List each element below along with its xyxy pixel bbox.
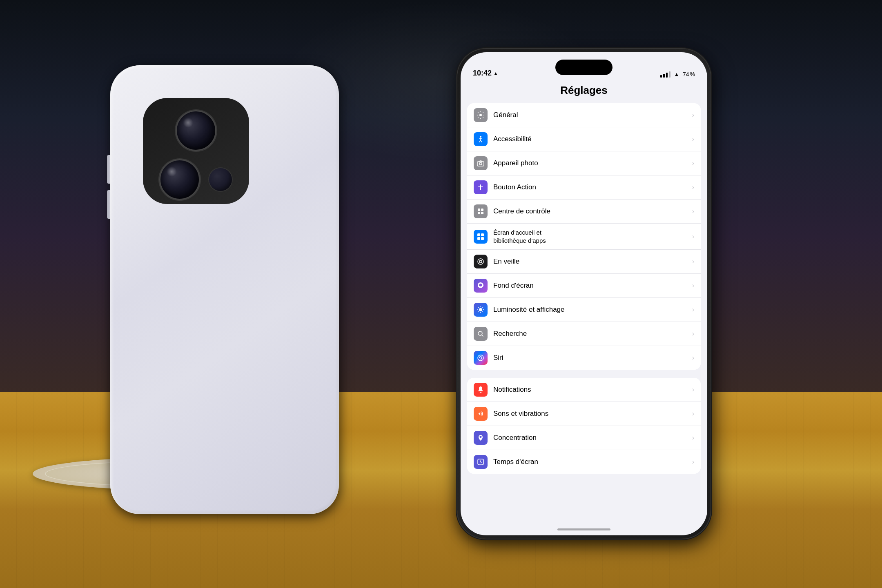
signal-bar-3 [666,73,668,78]
homescreen-label: Écran d'accueil etbibliothèque d'apps [493,229,689,244]
settings-item-brightness[interactable]: Luminosité et affichage › [467,298,701,322]
brightness-icon [474,303,488,317]
focus-chevron: › [692,434,694,442]
wallpaper-chevron: › [692,282,694,289]
settings-item-wallpaper[interactable]: Fond d'écran › [467,274,701,298]
notifications-chevron: › [692,386,694,393]
settings-item-accessibility[interactable]: Accessibilité › [467,127,701,151]
iphone-back [110,65,339,514]
action-chevron: › [692,184,694,191]
standby-icon [474,255,488,268]
focus-label: Concentration [493,433,689,442]
svg-rect-11 [481,233,484,236]
status-time: 10:42 ▲ [473,69,498,78]
svg-rect-19 [479,413,480,414]
control-label: Centre de contrôle [493,207,689,216]
screentime-label: Temps d'écran [493,457,689,466]
action-icon [474,180,488,194]
svg-point-16 [479,308,482,311]
camera-chevron: › [692,160,694,167]
sounds-chevron: › [692,410,694,417]
volume-buttons [107,155,110,219]
general-icon [474,108,488,122]
settings-item-search[interactable]: Recherche › [467,322,701,346]
battery-indicator: 74 % [683,71,695,78]
siri-chevron: › [692,354,694,362]
status-right-icons: ▲ 74 % [660,71,695,78]
svg-point-0 [479,114,482,116]
signal-bar-1 [660,75,662,78]
wallpaper-label: Fond d'écran [493,281,689,290]
iphone-front-body: 10:42 ▲ ▲ 74 % [457,49,710,539]
general-label: Général [493,111,689,120]
homescreen-chevron: › [692,233,694,240]
accessibility-chevron: › [692,135,694,143]
iphone-front: 10:42 ▲ ▲ 74 % [457,49,710,539]
action-label: Bouton Action [493,183,689,192]
battery-suffix: % [690,71,695,78]
signal-bars [660,71,670,78]
svg-rect-13 [481,237,484,240]
iphone-back-body [110,65,339,514]
general-chevron: › [692,111,694,119]
home-indicator [557,528,610,530]
search-chevron: › [692,330,694,337]
control-chevron: › [692,208,694,215]
svg-point-1 [480,136,481,138]
settings-item-action[interactable]: Bouton Action › [467,175,701,200]
signal-bar-2 [663,74,665,78]
accessibility-label: Accessibilité [493,135,689,144]
battery-level: 74 [683,71,689,78]
wallpaper-icon [474,279,488,293]
settings-item-general[interactable]: Général › [467,103,701,127]
svg-rect-8 [478,212,480,214]
search-icon [474,327,488,341]
main-camera-lens [176,110,216,151]
control-icon [474,204,488,218]
svg-rect-12 [477,237,480,240]
search-label: Recherche [493,329,689,338]
standby-label: En veille [493,257,689,266]
siri-icon [474,351,488,365]
apple-logo-back [208,273,241,306]
settings-item-focus[interactable]: Concentration › [467,426,701,450]
settings-item-sounds[interactable]: Sons et vibrations › [467,402,701,426]
svg-rect-10 [477,233,480,236]
iphone-screen: 10:42 ▲ ▲ 74 % [461,52,707,535]
time-display: 10:42 [473,69,492,78]
svg-point-18 [478,355,483,361]
signal-bar-4 [669,71,670,78]
settings-item-homescreen[interactable]: Écran d'accueil etbibliothèque d'apps › [467,224,701,250]
camera-label: Appareil photo [493,159,689,168]
svg-rect-6 [478,209,480,211]
sounds-label: Sons et vibrations [493,409,689,418]
settings-content[interactable]: Réglages Général › Accessibi [461,81,707,535]
dynamic-island [555,60,612,75]
flash-sensor [208,167,233,192]
settings-item-standby[interactable]: En veille › [467,250,701,274]
sounds-icon [474,407,488,421]
settings-item-control[interactable]: Centre de contrôle › [467,200,701,224]
accessibility-icon [474,132,488,146]
settings-group-1: Général › Accessibilité › [467,103,701,370]
settings-item-camera[interactable]: Appareil photo › [467,151,701,175]
settings-item-siri[interactable]: Siri › [467,346,701,370]
notifications-label: Notifications [493,385,689,394]
volume-down-btn [107,190,110,219]
settings-item-screentime[interactable]: Temps d'écran › [467,450,701,474]
homescreen-icon [474,230,488,244]
focus-icon [474,431,488,445]
notifications-icon [474,383,488,397]
brightness-chevron: › [692,306,694,313]
svg-point-15 [479,260,482,263]
location-icon: ▲ [493,71,498,76]
settings-item-notifications[interactable]: Notifications › [467,378,701,402]
svg-rect-5 [480,184,481,190]
settings-group-2: Notifications › Sons et vibrations › [467,378,701,474]
svg-rect-7 [481,209,483,211]
standby-chevron: › [692,258,694,265]
svg-point-14 [478,259,483,264]
screentime-chevron: › [692,458,694,466]
camera-module [143,98,249,204]
wifi-icon: ▲ [674,71,679,78]
